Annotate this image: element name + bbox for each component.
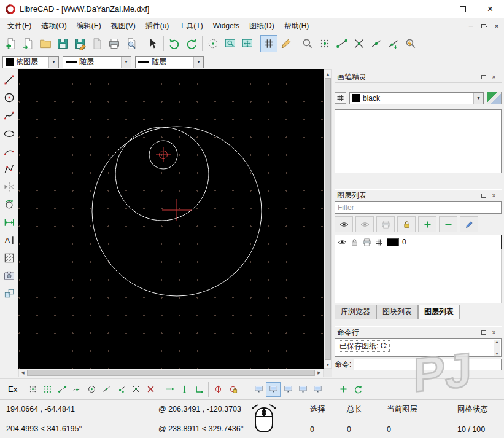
chevron-down-icon[interactable]: ▾ — [193, 57, 203, 68]
snap-points-button[interactable] — [40, 382, 55, 397]
pen-favorites-list[interactable] — [335, 109, 502, 173]
vertical-scrollbar[interactable]: ▲ ▼ — [324, 69, 332, 369]
layer-list-close-button[interactable]: × — [489, 191, 499, 200]
menu-tools[interactable]: 工具(T) — [174, 19, 207, 33]
zoom-window-button[interactable] — [222, 35, 239, 52]
snap-distance-button[interactable] — [385, 35, 402, 52]
layer-print-icon[interactable] — [362, 238, 371, 247]
redo-button[interactable] — [183, 35, 200, 52]
line-tool-button[interactable] — [1, 71, 17, 88]
ex-command-button[interactable]: Ex — [4, 383, 21, 396]
mdi-restore-button[interactable] — [478, 21, 489, 31]
layer-lock-icon[interactable] — [350, 238, 359, 247]
grid-toggle-button[interactable] — [260, 35, 277, 52]
menu-help[interactable]: 帮助(H) — [279, 19, 314, 33]
minimize-button[interactable] — [421, 0, 449, 18]
scroll-down-icon[interactable]: ▼ — [324, 361, 331, 368]
menu-options[interactable]: 选项(O) — [36, 19, 71, 33]
undo-button[interactable] — [166, 35, 183, 52]
screen-toggle-button-5[interactable] — [310, 382, 325, 397]
pen-color-combo[interactable]: black ▾ — [349, 92, 484, 104]
scroll-down-icon[interactable]: ▼ — [495, 352, 499, 356]
line-type-combo[interactable]: 随层 ▾ — [135, 56, 204, 68]
menu-file[interactable]: 文件(F) — [2, 19, 36, 33]
arc-tool-button[interactable] — [1, 142, 17, 160]
snap-intersection-button[interactable] — [128, 382, 143, 397]
scroll-up-icon[interactable]: ▲ — [324, 70, 331, 77]
menu-view[interactable]: 视图(V) — [106, 19, 141, 33]
save-as-button[interactable] — [71, 35, 88, 52]
mirror-tool-button[interactable] — [1, 178, 17, 195]
command-line-close-button[interactable]: × — [489, 328, 499, 337]
color-picker-button[interactable] — [487, 92, 502, 104]
remove-layer-button[interactable] — [439, 216, 457, 232]
extra-toolbar-button-2[interactable] — [351, 382, 365, 397]
close-button[interactable]: × — [476, 0, 504, 18]
mdi-minimize-button[interactable]: ─ — [465, 21, 476, 31]
print-button[interactable] — [106, 35, 123, 52]
layer-filter-input[interactable] — [335, 201, 502, 214]
new-from-template-button[interactable] — [20, 35, 37, 52]
draw-order-button[interactable] — [204, 35, 222, 52]
hatch-tool-button[interactable] — [1, 249, 17, 267]
layer-visible-eye-icon[interactable] — [338, 238, 347, 247]
menu-drawings[interactable]: 图纸(D) — [244, 19, 279, 33]
chevron-down-icon[interactable]: ▾ — [473, 93, 483, 104]
show-all-layers-button[interactable] — [335, 216, 353, 232]
drawing-canvas[interactable] — [18, 69, 324, 369]
maximize-button[interactable] — [449, 0, 476, 18]
set-relative-zero-button[interactable] — [211, 382, 225, 397]
add-layer-button[interactable] — [418, 216, 436, 232]
screen-toggle-button-4[interactable] — [295, 382, 310, 397]
command-line-float-button[interactable] — [478, 328, 489, 337]
snap-endpoint-button[interactable] — [55, 382, 69, 397]
ellipse-tool-button[interactable] — [1, 124, 17, 142]
layer-construction-icon[interactable] — [374, 238, 384, 247]
scroll-right-icon[interactable]: ▶ — [316, 369, 323, 377]
snap-distance-button[interactable] — [114, 382, 128, 397]
circle-tool-button[interactable] — [1, 88, 17, 106]
snap-grid-button[interactable] — [316, 35, 333, 52]
hide-all-layers-button[interactable] — [355, 216, 374, 232]
print-preview-button[interactable] — [123, 35, 140, 52]
lock-all-layers-button[interactable] — [397, 216, 416, 232]
horizontal-scrollbar[interactable]: ◀ ▶ — [18, 369, 324, 377]
extra-toolbar-button-1[interactable] — [336, 382, 351, 397]
image-tool-button[interactable] — [1, 267, 17, 284]
snap-grid-button[interactable] — [25, 382, 40, 397]
pen-wizard-close-button[interactable]: × — [489, 72, 499, 82]
dimension-tool-button[interactable] — [1, 213, 17, 231]
print-layer-button[interactable] — [376, 216, 395, 232]
command-input[interactable] — [354, 359, 502, 370]
polyline-tool-button[interactable] — [1, 160, 17, 178]
spline-tool-button[interactable] — [1, 106, 17, 124]
horizontal-scrollbar-thumb[interactable] — [27, 370, 315, 376]
chevron-down-icon[interactable]: ▾ — [121, 57, 131, 68]
layer-row[interactable]: 0 — [335, 235, 502, 249]
text-tool-button[interactable] — [1, 231, 17, 249]
edit-layer-button[interactable] — [460, 216, 478, 232]
vertical-scrollbar-thumb[interactable] — [325, 78, 331, 360]
block-tool-button[interactable] — [1, 284, 17, 302]
snap-clear-button[interactable] — [143, 382, 158, 397]
line-width-combo[interactable]: 随层 ▾ — [63, 56, 131, 68]
snap-intersection-button[interactable] — [351, 35, 368, 52]
menu-widgets[interactable]: Widgets — [208, 20, 244, 32]
snap-free-button[interactable] — [299, 35, 316, 52]
new-document-button[interactable] — [2, 35, 20, 52]
scroll-up-icon[interactable]: ▲ — [495, 340, 499, 343]
tab-layer-list[interactable]: 图层列表 — [418, 305, 460, 319]
restrict-vertical-button[interactable] — [177, 382, 192, 397]
lock-relative-zero-button[interactable] — [225, 382, 240, 397]
restrict-horizontal-button[interactable] — [162, 382, 177, 397]
chevron-down-icon[interactable]: ▾ — [48, 57, 58, 68]
menu-plugins[interactable]: 插件(u) — [141, 19, 174, 33]
snap-endpoint-button[interactable] — [333, 35, 351, 52]
screen-toggle-button-3[interactable] — [281, 382, 295, 397]
tab-block-list[interactable]: 图块列表 — [376, 305, 418, 319]
save-button[interactable] — [54, 35, 71, 52]
pen-color-indicator-button[interactable] — [335, 92, 346, 104]
screen-toggle-button-2[interactable] — [266, 382, 281, 397]
export-button[interactable] — [88, 35, 106, 52]
select-pointer-button[interactable] — [144, 35, 161, 52]
